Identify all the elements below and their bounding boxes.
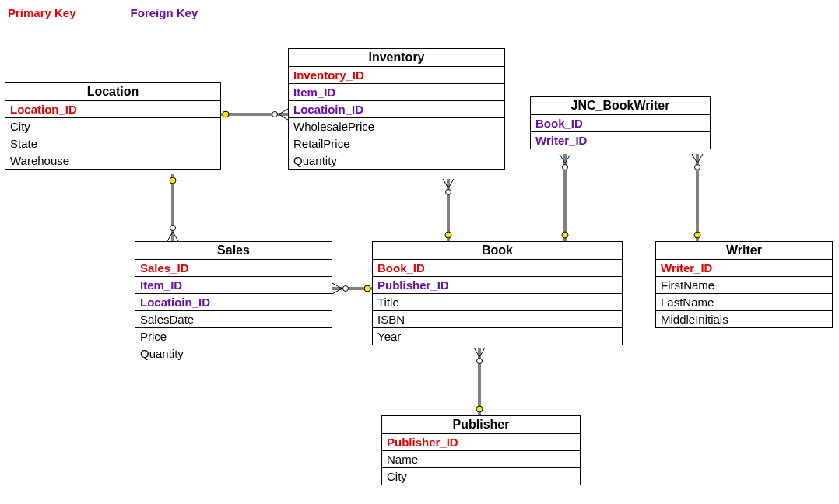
field-quantity: Quantity bbox=[135, 345, 332, 362]
rel-location-sales bbox=[167, 174, 178, 241]
svg-point-34 bbox=[563, 165, 568, 170]
entity-writer: Writer Writer_ID FirstName LastName Midd… bbox=[655, 241, 833, 328]
entity-book: Book Book_ID Publisher_ID Title ISBN Yea… bbox=[372, 241, 623, 345]
field-isbn: ISBN bbox=[373, 311, 622, 328]
svg-point-11 bbox=[170, 177, 176, 184]
entity-title: Inventory bbox=[289, 49, 504, 67]
field-inventory-id: Inventory_ID bbox=[289, 67, 504, 84]
field-book-id: Book_ID bbox=[373, 260, 622, 277]
field-salesdate: SalesDate bbox=[135, 311, 332, 328]
svg-point-41 bbox=[694, 232, 700, 238]
svg-point-10 bbox=[170, 226, 176, 231]
field-state: State bbox=[5, 135, 220, 152]
rel-book-jnc bbox=[560, 154, 570, 241]
svg-point-22 bbox=[343, 286, 349, 292]
entity-title: Location bbox=[5, 83, 220, 101]
field-location-id: Locatioin_ID bbox=[289, 101, 504, 118]
field-writer-id: Writer_ID bbox=[656, 260, 832, 277]
field-wholesaleprice: WholesalePrice bbox=[289, 118, 504, 135]
rel-book-publisher bbox=[474, 348, 485, 415]
field-year: Year bbox=[373, 328, 622, 345]
field-item-id: Item_ID bbox=[135, 277, 332, 294]
svg-point-28 bbox=[477, 359, 483, 364]
field-lastname: LastName bbox=[656, 294, 832, 311]
field-location-id: Location_ID bbox=[5, 101, 220, 118]
entity-title: Book bbox=[373, 242, 622, 260]
entity-title: Writer bbox=[656, 242, 832, 260]
svg-point-40 bbox=[695, 165, 700, 170]
field-publisher-id: Publisher_ID bbox=[373, 277, 622, 294]
field-middleinitials: MiddleInitials bbox=[656, 311, 832, 327]
field-book-id: Book_ID bbox=[531, 115, 710, 132]
entity-inventory: Inventory Inventory_ID Item_ID Locatioin… bbox=[288, 48, 505, 170]
field-retailprice: RetailPrice bbox=[289, 135, 504, 152]
field-name: Name bbox=[382, 451, 580, 468]
field-quantity: Quantity bbox=[289, 152, 504, 169]
entity-jnc-bookwriter: JNC_BookWriter Book_ID Writer_ID bbox=[530, 96, 711, 149]
svg-point-35 bbox=[562, 232, 568, 238]
field-publisher-id: Publisher_ID bbox=[382, 434, 580, 451]
entity-sales: Sales Sales_ID Item_ID Locatioin_ID Sale… bbox=[135, 241, 332, 362]
rel-sales-book bbox=[332, 283, 372, 294]
entity-location: Location Location_ID City State Warehous… bbox=[5, 82, 221, 170]
entity-publisher: Publisher Publisher_ID Name City bbox=[381, 415, 581, 485]
field-item-id: Item_ID bbox=[289, 84, 504, 101]
svg-point-4 bbox=[272, 112, 278, 117]
field-title: Title bbox=[373, 294, 622, 311]
svg-point-23 bbox=[364, 285, 370, 292]
field-writer-id: Writer_ID bbox=[531, 132, 710, 149]
rel-location-inventory bbox=[221, 109, 288, 120]
svg-point-29 bbox=[476, 406, 483, 412]
field-city: City bbox=[382, 468, 580, 485]
svg-point-5 bbox=[223, 111, 229, 117]
field-location-id: Locatioin_ID bbox=[135, 294, 332, 311]
svg-point-16 bbox=[446, 190, 451, 195]
rel-inventory-book bbox=[443, 179, 454, 241]
field-city: City bbox=[5, 118, 220, 135]
field-warehouse: Warehouse bbox=[5, 152, 220, 169]
field-price: Price bbox=[135, 328, 332, 345]
entity-title: JNC_BookWriter bbox=[531, 97, 710, 115]
entity-title: Publisher bbox=[382, 416, 580, 434]
entity-title: Sales bbox=[135, 242, 332, 260]
svg-point-17 bbox=[445, 232, 451, 238]
rel-writer-jnc bbox=[692, 154, 703, 241]
field-firstname: FirstName bbox=[656, 277, 832, 294]
field-sales-id: Sales_ID bbox=[135, 260, 332, 277]
